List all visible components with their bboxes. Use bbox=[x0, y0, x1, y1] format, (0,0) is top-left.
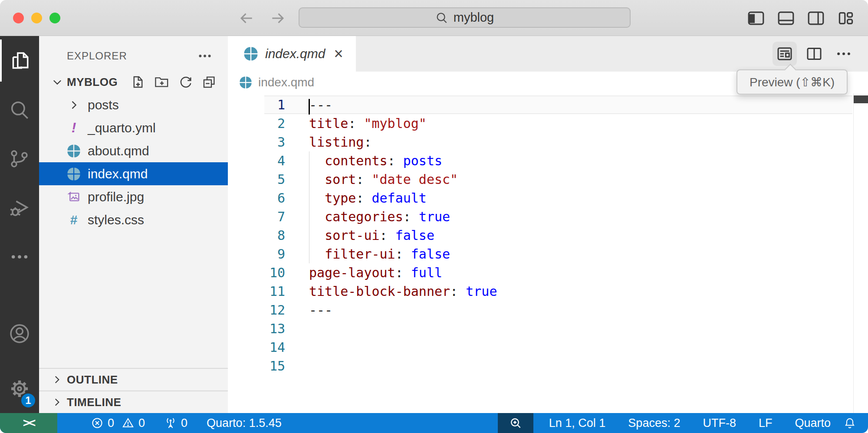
collapse-all-icon[interactable] bbox=[202, 75, 217, 89]
outline-label: OUTLINE bbox=[67, 373, 118, 387]
code-text: contents: posts bbox=[285, 153, 442, 168]
run-and-debug-icon bbox=[8, 197, 31, 219]
chevron-right-icon bbox=[68, 99, 80, 111]
arrow-left-icon bbox=[238, 10, 255, 26]
line-number: 2 bbox=[228, 116, 285, 131]
code-line-15[interactable]: 15 bbox=[228, 357, 868, 375]
encoding[interactable]: UTF-8 bbox=[691, 413, 747, 433]
code-text: filter-ui: false bbox=[285, 246, 450, 262]
scrollbar-thumb[interactable] bbox=[854, 95, 868, 103]
go-back-button[interactable] bbox=[238, 10, 255, 27]
quarto-version[interactable]: Quarto: 1.5.45 bbox=[207, 417, 282, 430]
outline-section-header[interactable]: OUTLINE bbox=[39, 368, 228, 390]
code-text: --- bbox=[285, 302, 332, 318]
code-line-10[interactable]: 10page-layout: full bbox=[228, 263, 868, 282]
command-center-search[interactable]: myblog bbox=[299, 7, 631, 28]
zoom-indicator[interactable] bbox=[498, 413, 533, 433]
cursor-position[interactable]: Ln 1, Col 1 bbox=[538, 413, 617, 433]
eol-sequence[interactable]: LF bbox=[747, 413, 784, 433]
quarto-icon bbox=[243, 46, 258, 61]
file-item-_quarto.yml[interactable]: !_quarto.yml bbox=[39, 116, 228, 139]
split-editor-icon bbox=[806, 45, 823, 62]
file-icon-cell: ! bbox=[64, 119, 83, 137]
workspace-folder-row[interactable]: MYBLOG bbox=[39, 71, 228, 93]
search-icon bbox=[9, 99, 30, 121]
indentation[interactable]: Spaces: 2 bbox=[617, 413, 691, 433]
line-number: 15 bbox=[228, 358, 285, 374]
file-item-about.qmd[interactable]: about.qmd bbox=[39, 139, 228, 162]
close-tab-icon[interactable]: × bbox=[334, 46, 343, 62]
go-forward-button[interactable] bbox=[269, 10, 286, 27]
close-window-button[interactable] bbox=[13, 13, 24, 23]
error-icon bbox=[91, 417, 103, 429]
css-icon: # bbox=[70, 213, 78, 227]
file-icon-cell bbox=[64, 165, 83, 183]
sidebar-panes: OUTLINE TIMELINE bbox=[39, 368, 228, 413]
notifications[interactable] bbox=[842, 413, 868, 433]
code-line-9[interactable]: 9 filter-ui: false bbox=[228, 245, 868, 263]
file-item-posts[interactable]: posts bbox=[39, 93, 228, 116]
line-number: 7 bbox=[228, 209, 285, 224]
zoom-window-button[interactable] bbox=[49, 13, 60, 23]
file-icon-cell: # bbox=[64, 211, 83, 229]
code-line-14[interactable]: 14 bbox=[228, 338, 868, 357]
code-line-11[interactable]: 11title-block-banner: true bbox=[228, 282, 868, 301]
code-text: categories: true bbox=[285, 209, 450, 224]
toggle-primary-sidebar-button[interactable] bbox=[747, 9, 765, 27]
line-number: 6 bbox=[228, 190, 285, 206]
file-item-styles.css[interactable]: #styles.css bbox=[39, 208, 228, 231]
activity-accounts[interactable] bbox=[0, 309, 39, 358]
tab-bar: index.qmd × bbox=[228, 36, 868, 72]
more-actions-button[interactable] bbox=[832, 42, 856, 66]
more-actions-icon[interactable] bbox=[197, 49, 212, 63]
activity-explorer[interactable] bbox=[0, 36, 39, 85]
code-line-5[interactable]: 5 sort: "date desc" bbox=[228, 170, 868, 189]
explorer-sidebar: EXPLORER MYBLOG posts!_quarto.ymlabout.q… bbox=[39, 36, 228, 413]
code-line-3[interactable]: 3listing: bbox=[228, 133, 868, 151]
minimize-window-button[interactable] bbox=[31, 13, 42, 23]
activity-run-debug[interactable] bbox=[0, 183, 39, 232]
code-line-1[interactable]: 1--- bbox=[228, 95, 868, 114]
code-line-6[interactable]: 6 type: default bbox=[228, 189, 868, 207]
refresh-icon[interactable] bbox=[178, 75, 193, 89]
text-cursor bbox=[309, 99, 310, 115]
code-line-12[interactable]: 12--- bbox=[228, 301, 868, 319]
line-number: 5 bbox=[228, 172, 285, 187]
search-value: myblog bbox=[454, 10, 494, 25]
language-mode[interactable]: Quarto bbox=[783, 413, 842, 433]
problems-indicator[interactable]: 0 0 bbox=[91, 417, 145, 430]
file-item-index.qmd[interactable]: index.qmd bbox=[39, 162, 228, 185]
yaml-icon: ! bbox=[72, 120, 76, 136]
activity-source-control[interactable] bbox=[0, 134, 39, 183]
timeline-section-header[interactable]: TIMELINE bbox=[39, 390, 228, 413]
panel-icon bbox=[778, 11, 794, 26]
code-line-4[interactable]: 4 contents: posts bbox=[228, 151, 868, 170]
code-line-13[interactable]: 13 bbox=[228, 319, 868, 338]
customize-layout-button[interactable] bbox=[837, 9, 855, 27]
activity-search[interactable] bbox=[0, 85, 39, 134]
line-number: 11 bbox=[228, 284, 285, 299]
code-line-8[interactable]: 8 sort-ui: false bbox=[228, 226, 868, 245]
sidebar-header: EXPLORER bbox=[39, 36, 228, 66]
split-editor-button[interactable] bbox=[802, 42, 826, 66]
code-editor: 1---2title: "myblog"3listing:4 contents:… bbox=[228, 93, 868, 375]
remote-indicator[interactable]: >< bbox=[0, 413, 57, 433]
activity-more[interactable] bbox=[0, 232, 39, 281]
activity-settings[interactable]: 1 bbox=[0, 364, 39, 413]
tab-index-qmd[interactable]: index.qmd × bbox=[228, 36, 356, 72]
toggle-secondary-sidebar-button[interactable] bbox=[807, 9, 825, 27]
code-text: sort-ui: false bbox=[285, 228, 434, 243]
breadcrumb-item[interactable]: index.qmd bbox=[258, 75, 314, 89]
toggle-panel-button[interactable] bbox=[777, 9, 795, 27]
file-name: profile.jpg bbox=[88, 190, 144, 204]
code-line-7[interactable]: 7 categories: true bbox=[228, 207, 868, 226]
quarto-icon bbox=[239, 76, 252, 89]
file-icon-cell bbox=[64, 188, 83, 206]
preview-button[interactable] bbox=[773, 42, 797, 66]
account-icon bbox=[8, 322, 31, 345]
ports-indicator[interactable]: 0 bbox=[164, 417, 187, 430]
new-folder-icon[interactable] bbox=[154, 75, 170, 89]
file-item-profile.jpg[interactable]: profile.jpg bbox=[39, 185, 228, 208]
code-line-2[interactable]: 2title: "myblog" bbox=[228, 114, 868, 133]
new-file-icon[interactable] bbox=[131, 75, 145, 89]
